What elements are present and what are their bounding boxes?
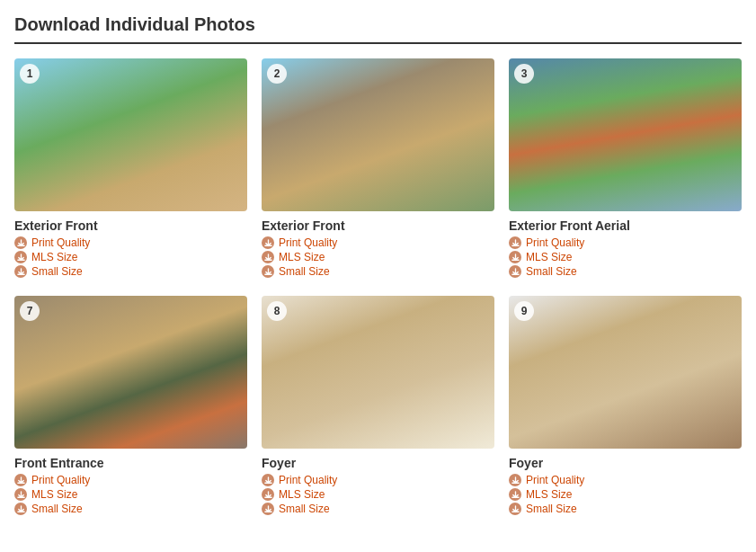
link-label-mls: MLS Size xyxy=(526,488,572,501)
download-link-3-print[interactable]: Print Quality xyxy=(509,236,742,249)
photo-item-9: 9FoyerPrint QualityMLS SizeSmall Size xyxy=(509,296,742,515)
link-label-print: Print Quality xyxy=(526,474,584,486)
photo-number-2: 2 xyxy=(267,64,287,84)
photo-number-1: 1 xyxy=(20,64,40,84)
download-icon xyxy=(262,236,274,249)
photo-item-7: 7Front EntrancePrint QualityMLS SizeSmal… xyxy=(14,296,247,515)
link-label-small: Small Size xyxy=(31,265,83,278)
photo-number-9: 9 xyxy=(514,301,534,321)
photo-item-2: 2Exterior FrontPrint QualityMLS SizeSmal… xyxy=(262,58,494,278)
download-link-3-small[interactable]: Small Size xyxy=(509,265,742,278)
download-links-9: Print QualityMLS SizeSmall Size xyxy=(509,474,742,515)
download-icon xyxy=(509,236,521,249)
download-links-1: Print QualityMLS SizeSmall Size xyxy=(14,236,247,278)
photo-caption-3: Exterior Front Aerial xyxy=(509,218,742,233)
download-icon xyxy=(509,474,521,486)
photo-caption-8: Foyer xyxy=(262,456,494,470)
link-label-mls: MLS Size xyxy=(279,251,325,263)
download-icon xyxy=(262,251,274,263)
photo-thumbnail-2: 2 xyxy=(262,58,494,211)
download-icon xyxy=(509,488,521,501)
download-icon xyxy=(14,265,27,278)
link-label-mls: MLS Size xyxy=(279,488,325,501)
download-link-7-small[interactable]: Small Size xyxy=(14,503,247,515)
link-label-print: Print Quality xyxy=(279,474,337,486)
download-icon xyxy=(262,488,274,501)
photo-caption-7: Front Entrance xyxy=(14,456,247,470)
download-icon xyxy=(262,265,274,278)
download-link-7-print[interactable]: Print Quality xyxy=(14,474,247,486)
link-label-print: Print Quality xyxy=(279,236,337,249)
photo-caption-1: Exterior Front xyxy=(14,218,247,233)
download-link-2-print[interactable]: Print Quality xyxy=(262,236,494,249)
photo-item-1: 1Exterior FrontPrint QualityMLS SizeSmal… xyxy=(14,58,247,278)
download-icon xyxy=(14,503,27,515)
link-label-print: Print Quality xyxy=(31,474,90,486)
download-link-9-mls[interactable]: MLS Size xyxy=(509,488,742,501)
download-link-1-mls[interactable]: MLS Size xyxy=(14,251,247,263)
photo-item-3: 3Exterior Front AerialPrint QualityMLS S… xyxy=(509,58,742,278)
photo-number-3: 3 xyxy=(514,64,534,84)
download-icon xyxy=(14,488,27,501)
download-icon xyxy=(509,503,521,515)
download-link-8-print[interactable]: Print Quality xyxy=(262,474,494,486)
download-icon xyxy=(262,503,274,515)
download-link-2-mls[interactable]: MLS Size xyxy=(262,251,494,263)
link-label-mls: MLS Size xyxy=(31,251,77,263)
download-icon xyxy=(262,474,274,486)
download-links-3: Print QualityMLS SizeSmall Size xyxy=(509,236,742,278)
download-link-7-mls[interactable]: MLS Size xyxy=(14,488,247,501)
photo-caption-9: Foyer xyxy=(509,456,742,470)
download-link-9-small[interactable]: Small Size xyxy=(509,503,742,515)
download-link-9-print[interactable]: Print Quality xyxy=(509,474,742,486)
link-label-small: Small Size xyxy=(279,503,330,515)
download-links-7: Print QualityMLS SizeSmall Size xyxy=(14,474,247,515)
photo-item-8: 8FoyerPrint QualityMLS SizeSmall Size xyxy=(262,296,494,515)
download-links-2: Print QualityMLS SizeSmall Size xyxy=(262,236,494,278)
photo-thumbnail-1: 1 xyxy=(14,58,247,211)
link-label-print: Print Quality xyxy=(31,236,90,249)
link-label-small: Small Size xyxy=(526,503,577,515)
photo-thumbnail-7: 7 xyxy=(14,296,247,449)
download-link-3-mls[interactable]: MLS Size xyxy=(509,251,742,263)
download-link-8-mls[interactable]: MLS Size xyxy=(262,488,494,501)
photo-number-7: 7 xyxy=(20,301,40,321)
link-label-small: Small Size xyxy=(526,265,577,278)
photo-number-8: 8 xyxy=(267,301,287,321)
photo-thumbnail-3: 3 xyxy=(509,58,742,211)
download-icon xyxy=(14,236,27,249)
photo-caption-2: Exterior Front xyxy=(262,218,494,233)
photo-thumbnail-8: 8 xyxy=(262,296,494,449)
link-label-small: Small Size xyxy=(31,503,83,515)
download-link-1-print[interactable]: Print Quality xyxy=(14,236,247,249)
photo-grid: 1Exterior FrontPrint QualityMLS SizeSmal… xyxy=(14,58,742,515)
download-icon xyxy=(14,251,27,263)
download-link-8-small[interactable]: Small Size xyxy=(262,503,494,515)
download-links-8: Print QualityMLS SizeSmall Size xyxy=(262,474,494,515)
link-label-print: Print Quality xyxy=(526,236,584,249)
page-title: Download Individual Photos xyxy=(14,14,742,44)
link-label-small: Small Size xyxy=(279,265,330,278)
download-link-1-small[interactable]: Small Size xyxy=(14,265,247,278)
photo-thumbnail-9: 9 xyxy=(509,296,742,449)
download-icon xyxy=(509,251,521,263)
link-label-mls: MLS Size xyxy=(31,488,77,501)
download-icon xyxy=(509,265,521,278)
link-label-mls: MLS Size xyxy=(526,251,572,263)
download-link-2-small[interactable]: Small Size xyxy=(262,265,494,278)
download-icon xyxy=(14,474,27,486)
